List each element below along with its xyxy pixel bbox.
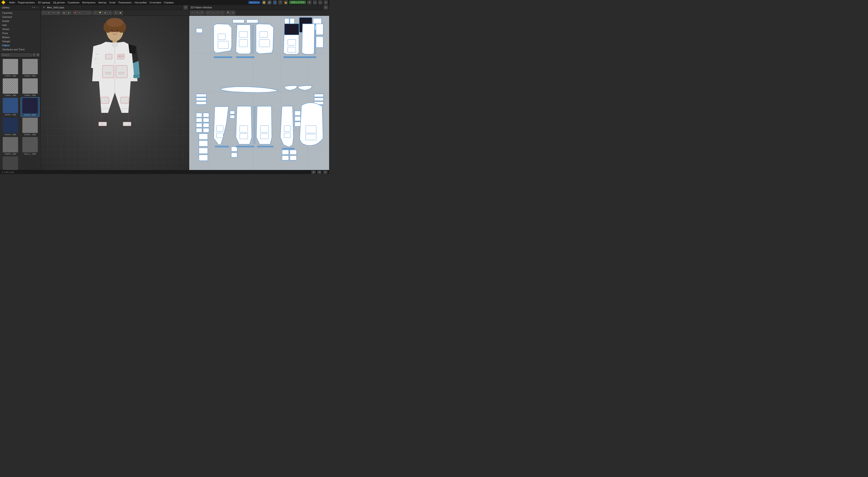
sidebar-item-fabric[interactable]: Fabric	[0, 43, 40, 47]
tool-fold[interactable]: ⌒	[82, 11, 87, 15]
tool-rotate[interactable]: ↻	[51, 11, 56, 15]
icon-speaker[interactable]: 🔔	[262, 0, 266, 4]
svg-rect-111	[215, 146, 229, 147]
simulation-badge[interactable]: SIMULATION	[289, 1, 306, 4]
menu-materials[interactable]: Материалы	[82, 1, 96, 4]
tool-select[interactable]: ↖	[41, 11, 46, 15]
icon-dropdown[interactable]: ▼	[307, 0, 311, 4]
canvas-3d[interactable]	[41, 16, 189, 170]
sidebar-item-shoes[interactable]: Shoes	[0, 27, 40, 31]
fabric-grid: Cotton...zfab Cotton...zfab Cotton...zfa…	[0, 58, 40, 170]
status-btn-3[interactable]: ⊡	[323, 171, 327, 174]
fabric-item-4[interactable]: Cotton...zfab	[21, 78, 40, 97]
icon-maximize[interactable]: □	[318, 0, 322, 4]
tool-sim[interactable]: ▶	[62, 11, 66, 15]
sidebar-item-hanger[interactable]: Hanger	[0, 39, 40, 43]
tool-light[interactable]: 💡	[98, 11, 102, 15]
icon-avatar[interactable]: 🧑	[284, 0, 288, 4]
sidebar-item-motion[interactable]: Motion	[0, 35, 40, 39]
tool-scale[interactable]: ⊞	[56, 11, 60, 15]
fabric-item-10[interactable]: Knit_C...zfab	[21, 137, 40, 156]
menu-avatar[interactable]: Аватар	[98, 1, 106, 4]
2d-tool-pen[interactable]: ✏	[206, 11, 210, 15]
2d-tool-rect[interactable]: ▭	[211, 11, 215, 15]
tool-pin[interactable]: 📌	[73, 11, 77, 15]
sidebar-item-pose[interactable]: Pose	[0, 31, 40, 35]
tool-shade[interactable]: ◑	[103, 11, 107, 15]
svg-rect-109	[290, 150, 297, 155]
icon-close[interactable]: ✕	[324, 0, 328, 4]
fabric-item-6[interactable]: Denim...zfab	[21, 97, 40, 117]
fabric-item-8[interactable]: Interlin...zfab	[21, 117, 40, 136]
2d-tool-rotate[interactable]: ↻	[199, 11, 204, 15]
icon-volume[interactable]: 🔊	[268, 0, 272, 4]
tool-bg[interactable]: ▣	[118, 11, 123, 15]
icon-minimize[interactable]: —	[313, 0, 317, 4]
icon-user[interactable]: 👤	[273, 0, 277, 4]
library-add-icon[interactable]: +	[32, 6, 33, 8]
tool-avatar[interactable]: 🧍	[114, 11, 118, 15]
play-pause-btn[interactable]: ⏸	[42, 6, 46, 9]
tool-move[interactable]: ✛	[46, 11, 51, 15]
tool-stop[interactable]: ■	[67, 11, 71, 15]
sidebar-item-avatar[interactable]: Avatar	[0, 19, 40, 23]
sidebar-item-favorites[interactable]: Favorites	[0, 11, 40, 15]
icon-help[interactable]: ?	[278, 0, 282, 4]
sidebar-item-hardware[interactable]: Hardware and Trims	[0, 47, 40, 52]
search-refresh-icon[interactable]: ↺	[33, 53, 36, 57]
fabric-item-12[interactable]: Knit_Fl...zfab	[21, 156, 40, 170]
fabric-item-7[interactable]: Denim...zfab	[1, 117, 20, 136]
menu-view[interactable]: Показывать	[118, 1, 132, 4]
2d-tool-move[interactable]: ✛	[195, 11, 199, 15]
pattern-pieces-svg	[189, 16, 329, 170]
svg-rect-28	[123, 122, 131, 126]
sidebar-item-hair[interactable]: Hair	[0, 23, 40, 27]
status-btn-1[interactable]: ⊞	[311, 171, 315, 174]
search-grid-icon[interactable]: ⊞	[36, 53, 39, 57]
fabric-thumb-8	[22, 117, 38, 133]
tool-cut[interactable]: ✂	[78, 11, 82, 15]
sidebar-item-garment[interactable]: Garment	[0, 15, 40, 19]
menu-file[interactable]: Файл	[9, 1, 15, 4]
library-settings-icon[interactable]: ≡	[34, 6, 35, 8]
fabric-item-9[interactable]: Interlin...zfab	[1, 137, 20, 156]
menu-help[interactable]: Справка	[164, 1, 174, 4]
fabric-item-1[interactable]: Cotton...zfab	[1, 59, 20, 77]
2d-tool-zoom[interactable]: 🔍	[226, 11, 230, 15]
view3d-expand-icon[interactable]: ⊡	[184, 5, 188, 9]
svg-rect-71	[196, 102, 206, 104]
fabric-item-3[interactable]: Cotton...zfab	[1, 78, 20, 97]
svg-rect-78	[203, 118, 209, 122]
sep1	[61, 11, 61, 15]
menu-sew[interactable]: Сшивание	[68, 1, 80, 4]
menu-install[interactable]: Установки	[149, 1, 161, 4]
library-arrow-icon[interactable]: →	[36, 6, 39, 8]
svg-rect-80	[203, 123, 209, 127]
menu-2d[interactable]: 2Д детали	[53, 1, 65, 4]
2d-tool-sew[interactable]: ∿	[220, 11, 224, 15]
menu-edit[interactable]: Редактировать	[18, 1, 35, 4]
svg-rect-103	[295, 116, 301, 121]
fabric-item-2[interactable]: Cotton...zfab	[21, 59, 40, 77]
status-right: ⊞ ⊟ ⊡	[311, 171, 327, 174]
2d-tool-fit[interactable]: ⊡	[231, 11, 235, 15]
fabric-item-5[interactable]: Denim...zfab	[1, 97, 20, 117]
tool-wire[interactable]: ⬡	[107, 11, 112, 15]
menu-3d[interactable]: 3D одежда	[38, 1, 50, 4]
fabric-thumb-3	[3, 78, 18, 94]
view2d: 2D Pattern Window ⊡ ↖ ✛ ↻ ✏ ▭ ✂ ∿ 🔍 ⊡	[189, 5, 329, 170]
search-input[interactable]	[1, 53, 32, 57]
svg-rect-43	[246, 20, 258, 23]
menu-settings[interactable]: Настройки	[134, 1, 147, 4]
2d-tool-cut[interactable]: ✂	[215, 11, 220, 15]
menu-script[interactable]: Script	[109, 1, 116, 4]
tool-camera[interactable]: 🎥	[93, 11, 98, 15]
fabric-item-11[interactable]: Knit_C...zfab	[1, 156, 20, 170]
view2d-expand-icon[interactable]: ⊡	[324, 5, 328, 9]
view2d-title: 2D Pattern Window	[191, 6, 212, 9]
canvas-2d[interactable]	[189, 16, 329, 170]
2d-tool-select[interactable]: ↖	[190, 11, 195, 15]
status-btn-2[interactable]: ⊟	[317, 171, 321, 174]
search-bar: ↺ ⊞	[0, 53, 40, 58]
tool-sew[interactable]: ∿	[87, 11, 92, 15]
